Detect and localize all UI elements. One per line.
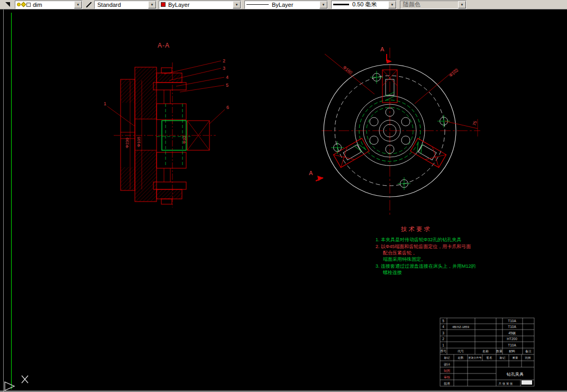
lineweight-combo[interactable]: 0.50 毫米 ▼ xyxy=(331,1,397,9)
revision-header: 更改文件号 xyxy=(469,356,482,359)
part-material: HT200 xyxy=(507,337,517,341)
dim-label: Φ102 xyxy=(449,68,460,78)
balloon-number: 5 xyxy=(226,83,228,88)
dim-label: 75 xyxy=(472,120,478,126)
part-no: 5 xyxy=(442,319,444,323)
balloon-number: 4 xyxy=(226,75,228,80)
part-material: T10A xyxy=(508,319,516,323)
section-view: A-A xyxy=(104,42,229,207)
tech-note-line: 3. 连接套通过过渡盘连接在床头上，并用M12的 xyxy=(376,263,476,269)
color-combo-value: ByLayer xyxy=(167,2,233,8)
tech-note-line: 1. 本夹具是对传动齿轮Φ32孔的钻孔夹具 xyxy=(376,237,461,242)
dim-label: Φ230 xyxy=(125,138,130,148)
part-no: 4 xyxy=(442,325,444,329)
style-icon xyxy=(86,2,92,7)
revision-header: 处数 xyxy=(458,356,464,360)
drawing-title: 钻孔夹具 xyxy=(506,372,524,377)
chevron-down-icon[interactable]: ▼ xyxy=(148,1,156,8)
balloon-number: 3 xyxy=(223,66,225,71)
lineweight-combo-value: 0.50 毫米 xyxy=(351,1,388,8)
part-no: 3 xyxy=(442,331,444,335)
linetype-combo-value: ByLayer xyxy=(271,2,319,8)
tech-note-line: 端面采用特殊固定。 xyxy=(383,257,426,262)
parts-header-code: 代号 xyxy=(457,350,464,353)
plot-style-combo-value: 随颜色 xyxy=(402,1,458,8)
section-letter-bottom: A xyxy=(309,170,313,176)
section-view-label: A-A xyxy=(158,42,170,49)
sign-label: 设计 xyxy=(444,362,450,366)
part-code: 4B/XZ-1859 xyxy=(452,325,470,329)
tech-note-line: 2. 以Φ45端面和齿轮齿面定位，用卡爪和弓面 xyxy=(376,244,471,249)
tech-note-line: 螺栓连接 xyxy=(383,270,402,275)
bottom-bolt-head xyxy=(161,199,172,204)
layer-combo[interactable]: dim ▼ xyxy=(15,1,83,9)
parts-header-mat: 材料 xyxy=(508,350,515,353)
layer-freeze-icon xyxy=(21,2,26,7)
layer-combo-value: dim xyxy=(32,2,74,8)
section-letter-top: A xyxy=(380,46,385,52)
sheet-info: 共 张 第 张 xyxy=(498,382,513,386)
balloon-number: 1 xyxy=(104,101,106,106)
top-bolt-head xyxy=(161,68,172,73)
properties-toolbar: dim ▼ Standard ▼ ByLayer ▼ ByLayer ▼ 0.5… xyxy=(0,0,567,10)
info-stage-label: 标记 xyxy=(499,356,506,360)
top-clamp-plate xyxy=(153,83,186,90)
chevron-down-icon[interactable]: ▼ xyxy=(233,1,241,8)
parts-header-note: 备注 xyxy=(525,349,532,353)
linetype-sample-icon xyxy=(246,4,269,5)
drawing-canvas[interactable]: A-A xyxy=(0,0,567,392)
revision-header: 签名 xyxy=(487,356,492,360)
layer-on-icon xyxy=(17,3,21,6)
color-combo[interactable]: ByLayer ▼ xyxy=(159,1,241,9)
title-block-highlight-cell xyxy=(522,380,532,385)
top-clamp-block xyxy=(157,73,182,83)
plot-style-combo: 随颜色 ▼ xyxy=(400,1,467,9)
part-material: T10A xyxy=(508,343,516,347)
sign-label: 制图 xyxy=(444,369,450,373)
info-scale-label: 比例 xyxy=(525,356,531,360)
revision-header: 标记 xyxy=(444,356,451,360)
chevron-down-icon[interactable]: ▼ xyxy=(388,1,396,8)
text-style-combo[interactable]: Standard ▼ xyxy=(94,1,157,9)
cad-drawing: A-A xyxy=(0,0,567,392)
text-style-button[interactable] xyxy=(84,1,94,9)
dim-label: Φ32 xyxy=(182,135,187,144)
part-material: T10A xyxy=(508,325,516,329)
layer-state-icons xyxy=(17,3,31,7)
lineweight-sample-icon xyxy=(333,4,349,5)
chevron-down-icon[interactable]: ▼ xyxy=(319,1,327,8)
section-arrow-top xyxy=(387,59,392,63)
balloon-number: 6 xyxy=(226,105,229,110)
parts-header-name: 名称 xyxy=(482,350,489,353)
info-weight-label: 重量 xyxy=(513,356,519,359)
sign-label: 批准 xyxy=(444,382,450,386)
parts-header-no: 序号 xyxy=(440,349,446,353)
layer-color-icon xyxy=(26,3,31,7)
dim-label: Φ160 xyxy=(342,65,353,76)
balloon-number: 2 xyxy=(223,58,225,63)
dimension-icon xyxy=(5,2,10,7)
parts-header-qty: 数量 xyxy=(496,350,502,353)
ucs-icon xyxy=(5,376,28,390)
sign-label: 审核 xyxy=(444,375,450,379)
part-no: 1 xyxy=(442,343,444,347)
dim-label: Φ105 xyxy=(136,136,141,147)
current-color-swatch-icon xyxy=(161,2,166,7)
bottom-clamp-plate xyxy=(153,182,186,189)
text-style-combo-value: Standard xyxy=(96,2,148,8)
part-material: 45钢 xyxy=(508,331,516,335)
bottom-clamp-block xyxy=(157,189,182,199)
chevron-down-icon[interactable]: ▼ xyxy=(74,1,82,8)
circular-view: Φ160 Φ102 75 A A xyxy=(309,46,480,216)
part-no: 2 xyxy=(442,337,444,341)
tech-note-line: 配合压紧齿轮， xyxy=(383,250,416,256)
chevron-down-icon: ▼ xyxy=(458,1,466,8)
linetype-combo[interactable]: ByLayer ▼ xyxy=(244,1,328,9)
tech-requirements-title: 技术要求 xyxy=(400,226,432,232)
tech-requirements: 技术要求 1. 本夹具是对传动齿轮Φ32孔的钻孔夹具 2. 以Φ45端面和齿轮齿… xyxy=(376,226,476,275)
dim-style-button[interactable] xyxy=(1,1,14,9)
upper-guide-ring xyxy=(157,104,186,120)
lower-guide-ring xyxy=(157,152,186,168)
